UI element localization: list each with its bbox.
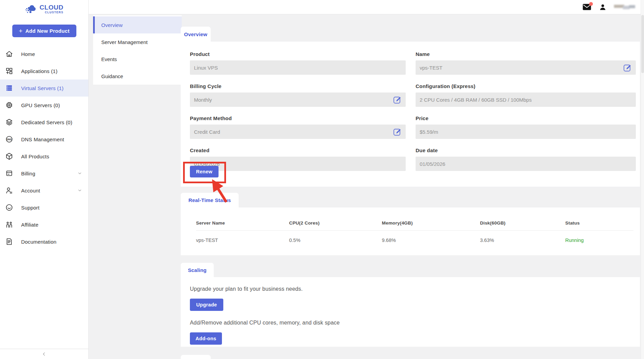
chevron-down-icon [77,188,82,193]
product-subnav: Overview Server Management Events Guidan… [93,15,182,85]
col-cpu: CPU(2 Cores) [289,220,382,226]
sidebar-item-all-products[interactable]: All Products [0,148,88,165]
sidebar: CLOUD CLUSTERS + Add New Product Home Ap… [0,0,89,359]
sidebar-item-gpu-servers[interactable]: GPU Servers (0) [0,97,88,114]
col-disk: Disk(60GB) [480,220,565,226]
logo-text-clusters: CLUSTERS [45,11,63,14]
status-badge: Running [565,238,640,243]
cell-cpu: 0.5% [289,238,382,243]
plus-icon: + [19,28,23,34]
scrollbar-thumb[interactable] [641,15,644,73]
field-due-date: 01/05/2026 [416,157,636,171]
sidebar-item-billing[interactable]: Billing [0,165,88,182]
field-label-created: Created [190,147,406,154]
chevron-down-icon [77,171,82,176]
field-billing-cycle: Monthly [190,92,406,107]
upgrade-button[interactable]: Upgrade [190,299,223,311]
cell-memory: 9.68% [382,238,480,243]
home-icon [5,50,13,58]
col-status: Status [565,220,640,226]
mail-icon[interactable] [583,4,591,11]
field-label-due-date: Due date [416,147,636,154]
subnav-item-server-management[interactable]: Server Management [93,33,182,51]
cell-server-name: vps-TEST [196,238,289,243]
gpu-servers-icon [5,101,13,109]
user-name-redacted[interactable] [614,4,635,10]
topbar [89,0,641,14]
sidebar-nav: Home Applications (1) Virtual Servers (1… [0,45,88,250]
page-scrollbar[interactable] [641,0,644,359]
sidebar-item-documentation[interactable]: Documentation [0,233,88,250]
cloud-logo-icon [25,4,38,14]
tab-real-time-status[interactable]: Real-Time Status [181,193,239,207]
virtual-servers-icon [5,84,13,92]
sidebar-item-support[interactable]: Support [0,199,88,216]
field-product: Linux VPS [190,60,406,75]
tab-partial-bottom[interactable] [181,355,211,359]
documentation-icon [5,238,13,246]
cloud-clusters-logo[interactable]: CLOUD CLUSTERS [0,2,88,16]
edit-billing-cycle-icon[interactable] [393,95,402,104]
tab-overview[interactable]: Overview [181,27,211,42]
sidebar-item-home[interactable]: Home [0,45,88,62]
subnav-item-events[interactable]: Events [93,51,182,68]
account-icon [5,186,13,195]
main-content: Overview Server Management Events Guidan… [89,14,641,359]
overview-card: Product Linux VPS Name vps-TEST Billing … [181,42,640,187]
add-new-product-button[interactable]: + Add New Product [12,25,76,37]
subnav-item-guidance[interactable]: Guidance [93,68,182,85]
field-label-product: Product [190,51,406,58]
dedicated-servers-icon [5,118,13,126]
dns-icon: DNS [5,135,13,143]
field-payment-method: Credit Card [190,125,406,139]
user-icon[interactable] [599,3,606,11]
affiliate-icon [5,220,13,229]
collapse-sidebar-icon[interactable] [42,351,47,357]
field-label-configuration: Configuration (Express) [416,83,636,90]
upgrade-description: Upgrade your plan to fit your business n… [190,286,636,292]
svg-text:DNS: DNS [7,138,12,141]
overview-form: Product Linux VPS Name vps-TEST Billing … [181,42,640,180]
field-price: $5.59/m [416,125,636,139]
applications-icon [5,67,13,75]
col-server-name: Server Name [196,220,289,226]
subnav-item-overview[interactable]: Overview [93,16,182,33]
tab-scaling[interactable]: Scaling [181,263,214,277]
edit-name-icon[interactable] [623,63,632,72]
table-row: vps-TEST 0.5% 9.68% 3.63% Running [196,231,640,250]
edit-payment-method-icon[interactable] [393,127,402,136]
field-label-billing-cycle: Billing Cycle [190,83,406,90]
field-label-price: Price [416,115,636,122]
status-table-header: Server Name CPU(2 Cores) Memory(4GB) Dis… [196,207,640,230]
status-table: Server Name CPU(2 Cores) Memory(4GB) Dis… [181,207,640,250]
logo-text-cloud: CLOUD [40,4,63,11]
sidebar-item-account[interactable]: Account [0,182,88,199]
all-products-icon [5,152,13,160]
sidebar-item-applications[interactable]: Applications (1) [0,62,88,80]
field-created: 01/04/2026 [190,157,406,171]
notification-dot [589,2,593,6]
sidebar-item-virtual-servers[interactable]: Virtual Servers (1) [0,80,88,97]
field-name: vps-TEST [416,60,636,75]
addons-description: Add/Remove additional CPU cores, memory,… [190,320,636,326]
field-label-name: Name [416,51,636,58]
sidebar-item-affiliate[interactable]: Affiliate [0,216,88,233]
field-configuration: 2 CPU Cores / 4GB RAM / 60GB SSD / 100Mb… [416,92,636,107]
billing-icon [5,169,13,177]
sidebar-item-dedicated-servers[interactable]: Dedicated Servers (0) [0,114,88,131]
col-memory: Memory(4GB) [382,220,480,226]
cell-disk: 3.63% [480,238,565,243]
sidebar-footer [0,349,88,359]
scaling-card: Upgrade your plan to fit your business n… [181,277,640,347]
field-label-payment-method: Payment Method [190,115,406,122]
sidebar-item-dns-management[interactable]: DNS DNS Management [0,131,88,148]
renew-button[interactable]: Renew [190,166,219,177]
add-ons-button[interactable]: Add-ons [190,332,222,345]
support-icon [5,203,13,212]
real-time-status-card: Server Name CPU(2 Cores) Memory(4GB) Dis… [181,207,640,255]
